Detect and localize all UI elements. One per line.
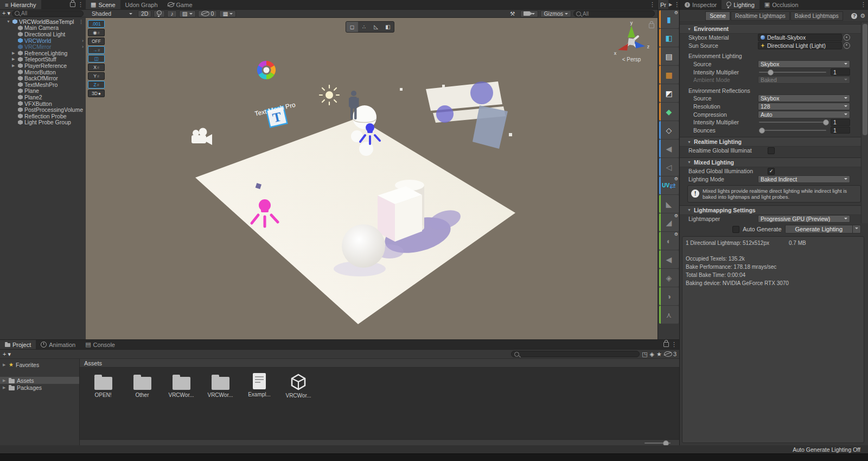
scene-search-input[interactable]: All: [573, 10, 655, 17]
panel-menu-icon[interactable]: ⋮: [647, 0, 658, 9]
tab-occlusion[interactable]: ▣Occlusion: [760, 0, 803, 9]
section-realtime-lighting[interactable]: ▼Realtime Lighting: [680, 137, 868, 147]
select-edge-loop-button[interactable]: ◀: [659, 250, 679, 268]
reflections-source-dropdown[interactable]: Skybox: [758, 94, 850, 102]
reflections-bounces-value[interactable]: 1: [831, 127, 850, 134]
panel-menu-icon[interactable]: ⋮: [669, 340, 679, 349]
hierarchy-item[interactable]: ▶TeleportStuff: [0, 56, 86, 63]
sun-source-field[interactable]: Directional Light (Light): [758, 42, 842, 49]
project-search-input[interactable]: [511, 351, 640, 357]
item-menu-icon[interactable]: ⋮: [79, 19, 86, 24]
hierarchy-item[interactable]: TextMeshPro: [0, 81, 86, 88]
smoothing-button[interactable]: ▤: [659, 47, 679, 65]
foldout-icon[interactable]: ▶: [12, 64, 16, 68]
extrude-face-button[interactable]: ◈: [659, 269, 679, 287]
gear-icon[interactable]: ⚙: [860, 12, 865, 20]
section-environment[interactable]: ▼Environment: [680, 24, 868, 34]
merge-objects-button[interactable]: ◑: [659, 287, 679, 305]
shape-tool-button[interactable]: ◇: [659, 121, 679, 139]
hierarchy-item[interactable]: Plane: [0, 88, 86, 94]
persp-label[interactable]: < Persp: [622, 56, 641, 62]
hierarchy-item[interactable]: PostProcessingVolume: [0, 106, 86, 113]
subtab-realtime-lightmaps[interactable]: Realtime Lightmaps: [731, 11, 790, 21]
asset-item[interactable]: OPEN!: [87, 373, 119, 398]
tab-scene[interactable]: ▦Scene: [86, 0, 120, 9]
progrids-snap-value-button[interactable]: .001: [88, 20, 105, 28]
reflections-resolution-dropdown[interactable]: 128: [758, 103, 850, 110]
search-by-label-button[interactable]: ◈: [650, 351, 654, 358]
shading-mode-dropdown[interactable]: Shaded: [88, 10, 136, 17]
scene-camera-dropdown[interactable]: [520, 10, 538, 17]
hierarchy-search-input[interactable]: All: [12, 10, 84, 17]
lock-icon[interactable]: [70, 2, 75, 7]
create-menu-button[interactable]: + ▾: [2, 10, 10, 17]
asset-zoom-slider[interactable]: [644, 443, 671, 444]
subtab-baked-lightmaps[interactable]: Baked Lightmaps: [790, 11, 843, 21]
favorites-node[interactable]: ▶★Favorites: [0, 361, 79, 368]
skybox-material-field[interactable]: Default-Skybox: [758, 34, 842, 41]
packages-node[interactable]: ▶Packages: [0, 384, 79, 391]
scene-viewport[interactable]: T Text Mesh Pro .001 ◉# OFF →# ◫ X# Y# Z…: [86, 18, 658, 339]
tab-project[interactable]: Project: [0, 340, 36, 349]
env-lighting-source-dropdown[interactable]: Skybox: [758, 60, 850, 68]
tab-hierarchy[interactable]: ≡ Hierarchy: [0, 0, 41, 9]
lock-icon[interactable]: [663, 342, 669, 347]
intensity-multiplier-value[interactable]: 1: [831, 68, 850, 75]
progrids-x-axis-button[interactable]: X#: [88, 64, 105, 71]
scrollbar-thumb[interactable]: [863, 24, 867, 135]
hierarchy-item[interactable]: MirrorButton: [0, 69, 86, 75]
material-editor-button[interactable]: ▦: [659, 66, 679, 84]
asset-item[interactable]: VRCWor...: [283, 373, 314, 399]
view-orientation-gizmo[interactable]: y x z < Persp: [611, 20, 652, 62]
hidden-packages-button[interactable]: 3: [664, 351, 676, 357]
hierarchy-item-root[interactable]: ▼ VRCWorldBaseTempl ⋮: [0, 18, 86, 25]
handle-orientation-button[interactable]: ◀: [659, 140, 679, 157]
y-axis-cone[interactable]: [628, 26, 635, 37]
scene-audio-toggle[interactable]: ♪: [167, 10, 176, 17]
select-back-button[interactable]: ◁: [659, 158, 679, 176]
lightmapper-dropdown[interactable]: Progressive GPU (Preview): [758, 215, 850, 223]
realtime-gi-checkbox[interactable]: [768, 147, 775, 154]
search-by-type-button[interactable]: ◳: [642, 351, 647, 358]
post-processing-gizmo[interactable]: [254, 59, 278, 81]
lighting-scrollbar[interactable]: [861, 22, 868, 223]
tab-lighting[interactable]: Lighting: [722, 0, 760, 9]
edge-mode-button[interactable]: ◺: [370, 22, 382, 32]
view-lock-icon[interactable]: [649, 23, 654, 28]
hierarchy-item[interactable]: VFXButton: [0, 100, 86, 107]
invert-selection-button[interactable]: ◐⚙: [659, 232, 679, 250]
prefab-open-arrow[interactable]: ›: [82, 44, 86, 49]
object-mode-button[interactable]: ◻: [346, 22, 358, 32]
lighting-settings-scroll[interactable]: ▼Environment Skybox Material Default-Sky…: [680, 22, 868, 223]
face-mode-button[interactable]: ◧: [382, 22, 394, 32]
reflections-bounces-slider[interactable]: [759, 130, 826, 131]
subtab-scene[interactable]: Scene: [705, 11, 730, 21]
object-picker-icon[interactable]: [844, 42, 850, 49]
progrids-push-to-grid-button[interactable]: →#: [88, 46, 105, 54]
auto-generate-checkbox[interactable]: [732, 226, 739, 233]
camera-gizmo[interactable]: [192, 128, 212, 146]
panel-menu-icon[interactable]: ⋮: [75, 0, 86, 9]
foldout-icon[interactable]: ▼: [7, 20, 11, 23]
tab-console[interactable]: ▤Console: [80, 340, 120, 349]
hierarchy-item[interactable]: Reflection Probe: [0, 113, 86, 119]
new-shape-button[interactable]: ▮⚙: [659, 10, 679, 28]
tab-game[interactable]: Game: [163, 0, 197, 9]
progrids-snap-off-button[interactable]: OFF: [88, 37, 105, 45]
generate-lighting-button[interactable]: Generate Lighting: [785, 225, 861, 233]
scene-effects-dropdown[interactable]: ▨: [179, 10, 196, 17]
create-menu-button[interactable]: + ▾: [3, 351, 11, 358]
progrids-grid-visibility-button[interactable]: ◉#: [88, 29, 105, 36]
progrids-y-axis-button[interactable]: Y#: [88, 72, 105, 80]
hierarchy-item[interactable]: ▶PlayerReference: [0, 62, 86, 69]
2d-toggle-button[interactable]: 2D: [138, 10, 151, 17]
favorites-filter-button[interactable]: ★: [656, 351, 662, 358]
section-mixed-lighting[interactable]: ▼Mixed Lighting: [680, 157, 868, 167]
vertex-mode-button[interactable]: ∴: [358, 22, 370, 32]
asset-item[interactable]: VRCWor...: [205, 373, 236, 398]
lighting-mode-dropdown[interactable]: Baked Indirect: [758, 175, 850, 183]
tab-animation[interactable]: Animation: [36, 340, 80, 349]
sun-gizmo[interactable]: [320, 85, 339, 105]
hierarchy-item[interactable]: Plane2: [0, 94, 86, 100]
poly-shape-button[interactable]: ◧: [659, 29, 679, 47]
